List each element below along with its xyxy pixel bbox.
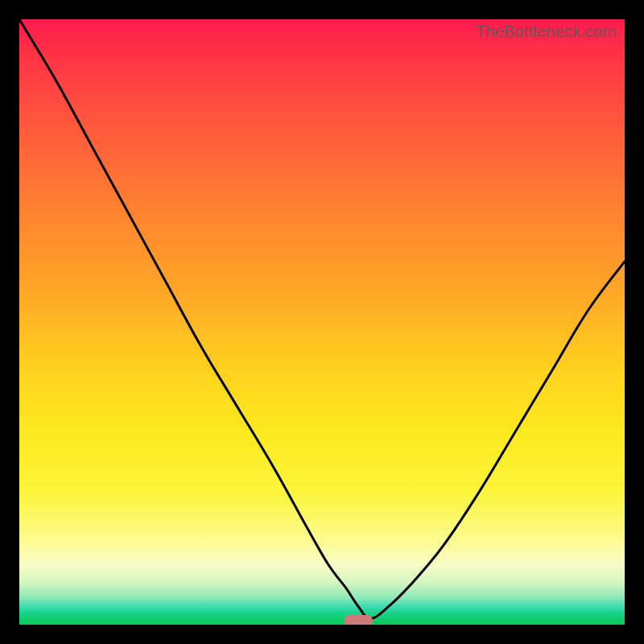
optimal-marker xyxy=(344,615,373,625)
plot-area: TheBottleneck.com xyxy=(19,19,625,625)
curve-path xyxy=(19,19,625,619)
bottleneck-curve xyxy=(19,19,625,625)
chart-frame: TheBottleneck.com xyxy=(0,0,644,644)
